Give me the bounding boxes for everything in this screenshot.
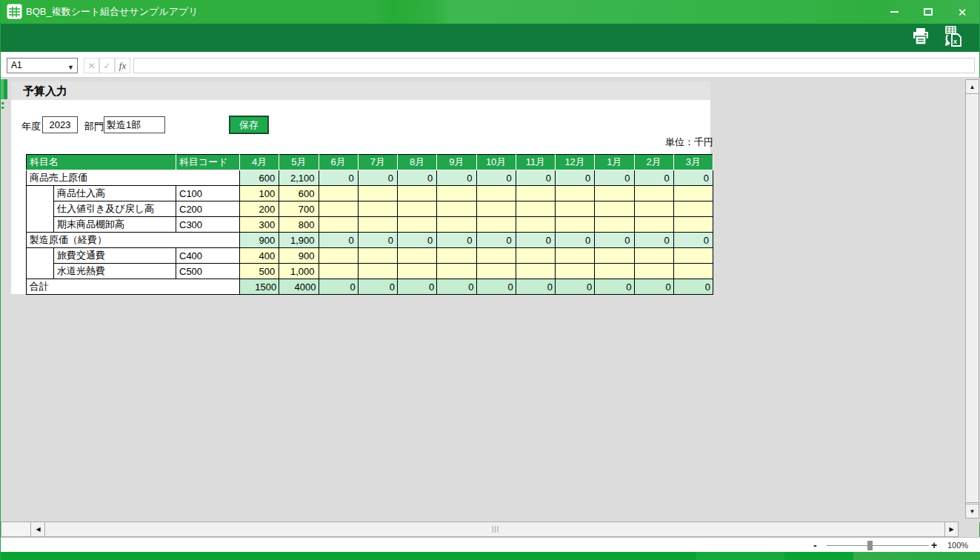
detail-code-cell[interactable]: C200 (176, 201, 240, 217)
summary-month-cell[interactable]: 0 (476, 170, 516, 186)
detail-month-cell[interactable] (673, 217, 713, 233)
vertical-scrollbar[interactable]: ▲ ▼ (965, 79, 979, 519)
detail-month-cell[interactable] (319, 186, 358, 201)
summary-month-cell[interactable]: 0 (398, 233, 437, 248)
detail-code-cell[interactable]: C100 (176, 186, 240, 201)
detail-month-cell[interactable] (476, 264, 516, 279)
summary-month-cell[interactable]: 0 (634, 233, 673, 248)
total-month-cell[interactable]: 0 (556, 279, 595, 295)
minimize-button[interactable] (877, 0, 911, 24)
total-month-cell[interactable]: 0 (516, 279, 555, 295)
detail-month-cell[interactable] (673, 201, 713, 217)
detail-month-cell[interactable] (358, 201, 397, 217)
print-button[interactable] (908, 26, 933, 50)
detail-month-cell[interactable]: 300 (240, 217, 279, 233)
detail-name-cell[interactable]: 水道光熱費 (54, 264, 176, 279)
detail-month-cell[interactable] (476, 217, 516, 233)
detail-month-cell[interactable] (398, 264, 437, 279)
summary-month-cell[interactable]: 0 (319, 233, 358, 248)
total-month-cell[interactable]: 0 (437, 279, 476, 295)
detail-month-cell[interactable] (516, 217, 555, 233)
zoom-slider-thumb[interactable] (867, 541, 873, 550)
name-box[interactable]: A1 ▼ (7, 58, 78, 73)
detail-month-cell[interactable] (437, 217, 476, 233)
summary-month-cell[interactable]: 0 (516, 233, 555, 248)
detail-month-cell[interactable] (476, 186, 516, 201)
detail-month-cell[interactable] (634, 217, 673, 233)
total-month-cell[interactable]: 0 (595, 279, 634, 295)
detail-month-cell[interactable] (398, 201, 437, 217)
detail-month-cell[interactable] (634, 248, 673, 264)
total-month-cell[interactable]: 4000 (279, 279, 319, 295)
detail-month-cell[interactable] (319, 201, 358, 217)
summary-name-cell[interactable]: 商品売上原価 (27, 170, 240, 186)
detail-code-cell[interactable]: C400 (176, 248, 240, 264)
detail-month-cell[interactable] (556, 264, 595, 279)
detail-month-cell[interactable] (319, 217, 358, 233)
vertical-scroll-thumb[interactable] (966, 95, 979, 503)
summary-month-cell[interactable]: 0 (673, 170, 713, 186)
summary-month-cell[interactable]: 0 (634, 170, 673, 186)
detail-month-cell[interactable] (437, 186, 476, 201)
year-input[interactable] (42, 116, 78, 133)
scroll-left-button[interactable]: ◀ (32, 522, 45, 536)
detail-month-cell[interactable] (358, 264, 397, 279)
horizontal-scrollbar[interactable]: ◀ ||| ▶ (1, 521, 959, 537)
summary-month-cell[interactable]: 0 (437, 233, 476, 248)
detail-month-cell[interactable]: 700 (279, 201, 319, 217)
scroll-right-button[interactable]: ▶ (944, 522, 958, 536)
summary-month-cell[interactable]: 0 (556, 233, 595, 248)
scroll-down-button[interactable]: ▼ (966, 504, 979, 518)
detail-month-cell[interactable] (398, 217, 437, 233)
detail-name-cell[interactable]: 商品仕入高 (54, 186, 176, 201)
formula-input[interactable] (133, 58, 975, 73)
detail-month-cell[interactable]: 800 (279, 217, 319, 233)
summary-month-cell[interactable]: 0 (358, 170, 397, 186)
detail-month-cell[interactable] (358, 186, 397, 201)
detail-month-cell[interactable] (634, 264, 673, 279)
formula-confirm-button[interactable]: ✓ (99, 58, 115, 73)
summary-month-cell[interactable]: 0 (476, 233, 516, 248)
detail-month-cell[interactable] (556, 217, 595, 233)
detail-month-cell[interactable] (673, 248, 713, 264)
summary-month-cell[interactable]: 0 (595, 170, 634, 186)
detail-month-cell[interactable] (476, 201, 516, 217)
detail-month-cell[interactable] (634, 201, 673, 217)
detail-month-cell[interactable]: 500 (240, 264, 279, 279)
detail-month-cell[interactable]: 900 (279, 248, 319, 264)
summary-month-cell[interactable]: 2,100 (279, 170, 319, 186)
maximize-button[interactable] (911, 0, 945, 24)
zoom-slider-track[interactable] (827, 545, 929, 546)
save-button[interactable]: 保存 (229, 116, 269, 134)
total-month-cell[interactable]: 0 (319, 279, 358, 295)
total-month-cell[interactable]: 0 (476, 279, 516, 295)
detail-month-cell[interactable] (516, 248, 555, 264)
detail-month-cell[interactable] (595, 201, 634, 217)
detail-name-cell[interactable]: 仕入値引き及び戻し高 (54, 201, 176, 217)
summary-name-cell[interactable]: 製造原価（経費） (27, 233, 240, 248)
detail-code-cell[interactable]: C300 (176, 217, 240, 233)
detail-month-cell[interactable] (319, 248, 358, 264)
detail-month-cell[interactable] (437, 248, 476, 264)
detail-month-cell[interactable]: 200 (240, 201, 279, 217)
detail-name-cell[interactable]: 旅費交通費 (54, 248, 176, 264)
detail-month-cell[interactable]: 600 (279, 186, 319, 201)
detail-month-cell[interactable] (398, 186, 437, 201)
total-month-cell[interactable]: 0 (358, 279, 397, 295)
summary-month-cell[interactable]: 0 (556, 170, 595, 186)
detail-month-cell[interactable] (556, 248, 595, 264)
detail-month-cell[interactable] (595, 217, 634, 233)
summary-month-cell[interactable]: 1,900 (279, 233, 319, 248)
detail-month-cell[interactable] (595, 264, 634, 279)
detail-month-cell[interactable]: 100 (240, 186, 279, 201)
detail-month-cell[interactable] (595, 248, 634, 264)
summary-month-cell[interactable]: 0 (595, 233, 634, 248)
detail-month-cell[interactable]: 1,000 (279, 264, 319, 279)
detail-name-cell[interactable]: 期末商品棚卸高 (54, 217, 176, 233)
scroll-up-button[interactable]: ▲ (966, 80, 979, 94)
formula-cancel-button[interactable]: ✕ (84, 58, 99, 73)
total-month-cell[interactable]: 0 (398, 279, 437, 295)
total-month-cell[interactable]: 0 (673, 279, 713, 295)
detail-month-cell[interactable] (319, 264, 358, 279)
detail-month-cell[interactable] (673, 264, 713, 279)
